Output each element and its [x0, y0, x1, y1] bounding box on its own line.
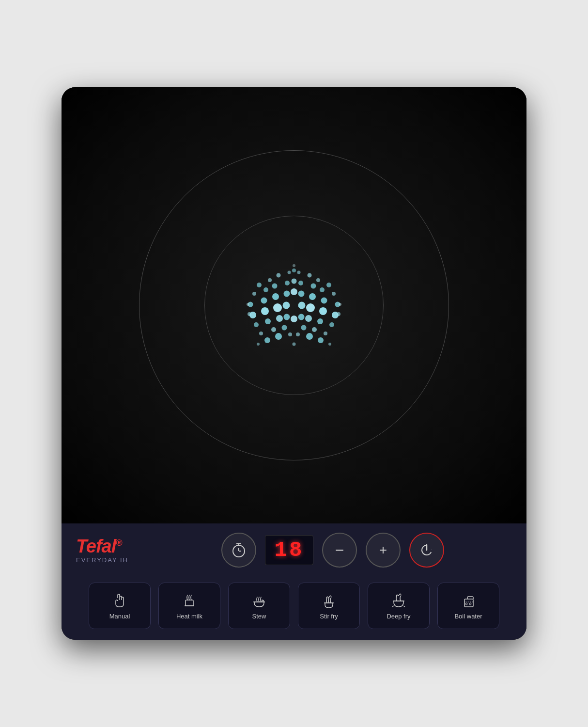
minus-button[interactable]: −: [322, 533, 357, 568]
svg-point-44: [316, 278, 320, 282]
boil-water-icon: [460, 592, 477, 610]
svg-point-15: [275, 333, 282, 340]
inner-ring: [204, 216, 384, 395]
svg-point-35: [291, 316, 297, 322]
power-button[interactable]: [409, 533, 444, 568]
stir-fry-icon: [320, 592, 338, 610]
preset-boil-water[interactable]: Boil water: [437, 583, 499, 629]
svg-point-22: [288, 332, 292, 336]
svg-point-14: [271, 327, 276, 332]
svg-point-12: [261, 307, 269, 315]
svg-point-47: [319, 307, 327, 315]
svg-point-52: [332, 292, 336, 296]
boil-water-label: Boil water: [454, 613, 482, 620]
power-icon: [418, 542, 435, 558]
svg-point-56: [324, 332, 327, 335]
svg-point-32: [283, 302, 290, 309]
svg-line-74: [392, 606, 394, 607]
svg-point-17: [272, 284, 278, 289]
svg-point-20: [276, 315, 283, 322]
svg-point-9: [268, 278, 272, 282]
svg-point-21: [282, 325, 287, 331]
stew-icon: [250, 592, 268, 610]
deep-fry-label: Deep fry: [387, 613, 410, 620]
svg-point-29: [284, 291, 290, 297]
svg-point-27: [292, 279, 297, 284]
svg-point-41: [305, 315, 312, 322]
svg-point-23: [288, 271, 291, 274]
svg-point-49: [312, 327, 317, 332]
svg-point-63: [293, 264, 295, 267]
svg-point-37: [308, 273, 312, 278]
svg-point-13: [265, 318, 271, 324]
minus-icon: −: [335, 542, 344, 558]
heat-milk-icon: [181, 592, 198, 610]
svg-point-24: [292, 269, 296, 272]
svg-point-55: [329, 322, 334, 327]
brand-area: Tefal® EVERYDAY IH: [76, 537, 144, 564]
svg-point-33: [298, 302, 306, 309]
heat-milk-label: Heat milk: [176, 613, 202, 620]
svg-point-40: [306, 303, 315, 312]
svg-point-43: [296, 332, 300, 336]
svg-point-4: [254, 322, 259, 327]
svg-point-59: [337, 312, 340, 316]
dots-svg: [221, 233, 367, 378]
preset-stir-fry[interactable]: Stir fry: [298, 583, 360, 629]
svg-point-36: [298, 314, 305, 320]
svg-point-46: [321, 298, 327, 304]
preset-heat-milk[interactable]: Heat milk: [158, 583, 220, 629]
deep-fry-icon: [390, 592, 407, 610]
svg-point-48: [317, 318, 323, 324]
preset-row: Manual Heat milk: [76, 577, 512, 635]
svg-point-50: [306, 333, 313, 340]
svg-point-42: [301, 325, 307, 331]
preset-manual[interactable]: Manual: [89, 583, 151, 629]
svg-point-26: [285, 281, 290, 285]
svg-point-31: [298, 291, 305, 297]
timer-button[interactable]: [221, 533, 256, 568]
brand-name: Tefal®: [76, 537, 144, 555]
svg-point-1: [252, 292, 256, 296]
svg-point-10: [263, 287, 268, 292]
svg-line-75: [403, 606, 405, 607]
induction-dots: [221, 233, 367, 378]
preset-stew[interactable]: Stew: [228, 583, 290, 629]
preset-deep-fry[interactable]: Deep fry: [368, 583, 430, 629]
svg-point-6: [264, 337, 270, 343]
top-controls-row: Tefal® EVERYDAY IH: [76, 523, 512, 577]
svg-point-79: [469, 603, 471, 605]
svg-point-7: [247, 303, 249, 306]
svg-point-8: [248, 312, 251, 316]
induction-cooktop: ⚠ Notice: The ceramic plate is hot after…: [62, 87, 526, 640]
svg-point-0: [257, 283, 262, 287]
manual-label: Manual: [109, 613, 130, 620]
display-screen: 18: [265, 535, 313, 565]
svg-point-19: [273, 303, 282, 312]
controls-row: 18 − +: [154, 533, 512, 568]
svg-point-18: [272, 293, 279, 300]
svg-point-78: [465, 603, 467, 605]
svg-point-5: [259, 332, 263, 335]
svg-point-39: [309, 293, 316, 300]
svg-point-58: [339, 303, 341, 306]
outer-ring: [139, 150, 449, 460]
timer-icon: [230, 541, 248, 559]
plus-icon: +: [379, 543, 387, 557]
svg-point-25: [297, 271, 301, 274]
svg-point-38: [311, 284, 316, 289]
stew-label: Stew: [252, 613, 266, 620]
brand-subtitle: EVERYDAY IH: [76, 556, 144, 564]
plus-button[interactable]: +: [366, 533, 401, 568]
stir-fry-label: Stir fry: [320, 613, 338, 620]
svg-point-61: [328, 343, 331, 346]
svg-point-16: [277, 273, 281, 278]
manual-icon: [111, 592, 128, 610]
svg-point-51: [326, 283, 331, 287]
svg-point-60: [257, 343, 260, 346]
svg-point-34: [284, 314, 290, 320]
svg-point-28: [298, 281, 303, 285]
svg-point-57: [318, 337, 324, 343]
svg-point-62: [293, 343, 296, 346]
svg-point-45: [320, 287, 325, 292]
